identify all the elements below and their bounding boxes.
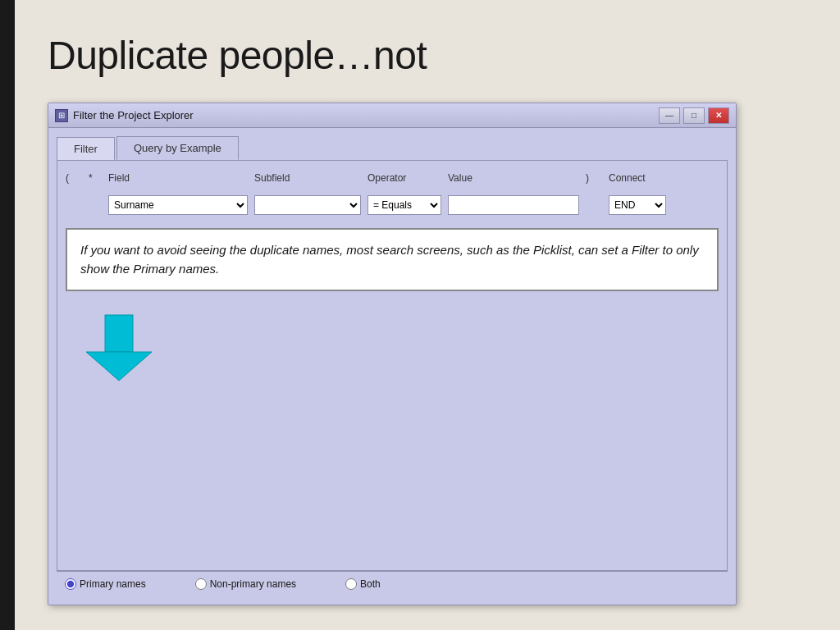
left-accent-bar — [0, 0, 15, 630]
window-title-text: Filter the Project Explorer — [73, 109, 194, 121]
header-subfield: Subfield — [254, 172, 361, 184]
svg-rect-0 — [105, 315, 133, 352]
radio-options-row: Primary names Non-primary names Both — [57, 571, 728, 596]
radio-non-primary-label: Non-primary names — [210, 578, 296, 590]
header-value: Value — [448, 172, 579, 184]
filter-header: ( * Field Subfield Operator Value ) Conn… — [66, 169, 719, 187]
header-star: * — [89, 172, 102, 184]
window-titlebar: ⊞ Filter the Project Explorer — □ ✕ — [48, 103, 736, 128]
radio-non-primary-names[interactable]: Non-primary names — [195, 578, 296, 590]
window-controls: — □ ✕ — [659, 107, 729, 124]
subfield-select[interactable] — [254, 195, 361, 215]
info-text: If you want to avoid seeing the duplicat… — [80, 241, 704, 278]
window-icon: ⊞ — [55, 109, 68, 122]
radio-non-primary-input[interactable] — [195, 578, 207, 590]
header-paren-left: ( — [66, 172, 82, 184]
radio-both-label: Both — [360, 578, 381, 590]
down-arrow-icon — [82, 311, 156, 385]
tab-content: ( * Field Subfield Operator Value ) Conn… — [57, 160, 728, 571]
connect-select[interactable]: END — [609, 195, 666, 215]
window-title-left: ⊞ Filter the Project Explorer — [55, 109, 194, 122]
slide-title: Duplicate people…not — [48, 33, 799, 78]
svg-marker-1 — [86, 352, 152, 381]
tabs-row: Filter Query by Example — [57, 136, 728, 160]
arrow-container — [66, 303, 719, 393]
header-paren-right: ) — [586, 172, 602, 184]
window-body: Filter Query by Example ( * Field Subfie… — [48, 128, 736, 605]
info-box: If you want to avoid seeing the duplicat… — [66, 228, 719, 291]
header-operator: Operator — [368, 172, 441, 184]
maximize-button[interactable]: □ — [683, 107, 705, 124]
radio-both-input[interactable] — [345, 578, 357, 590]
radio-primary-label: Primary names — [80, 578, 146, 590]
filter-row: Surname = Equals END — [66, 194, 719, 217]
header-field: Field — [108, 172, 248, 184]
tab-filter[interactable]: Filter — [57, 137, 115, 160]
tab-query-by-example[interactable]: Query by Example — [116, 136, 239, 160]
close-button[interactable]: ✕ — [708, 107, 729, 124]
value-input[interactable] — [448, 195, 579, 215]
header-connect: Connect — [609, 172, 666, 184]
minimize-button[interactable]: — — [659, 107, 680, 124]
radio-primary-names[interactable]: Primary names — [65, 578, 146, 590]
operator-select[interactable]: = Equals — [368, 195, 441, 215]
radio-primary-input[interactable] — [65, 578, 76, 590]
field-select[interactable]: Surname — [108, 195, 248, 215]
radio-both[interactable]: Both — [345, 578, 381, 590]
main-content: Duplicate people…not ⊞ Filter the Projec… — [15, 0, 840, 630]
dialog-window: ⊞ Filter the Project Explorer — □ ✕ Filt… — [48, 103, 737, 605]
